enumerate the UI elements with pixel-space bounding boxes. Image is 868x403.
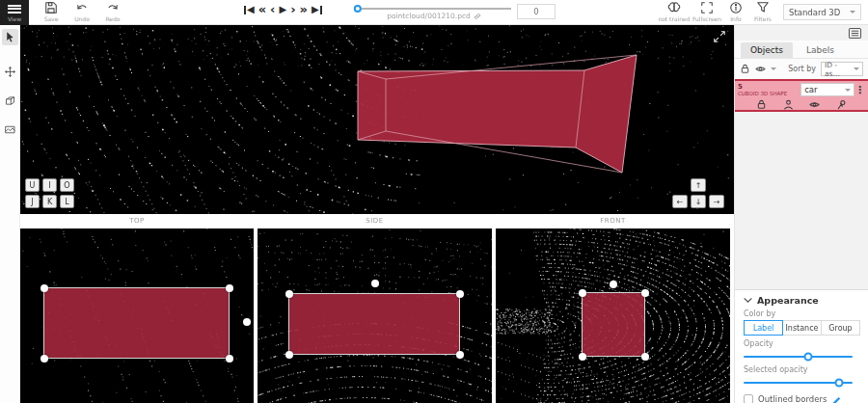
hamburger-icon bbox=[8, 3, 21, 14]
frame-number-input[interactable] bbox=[517, 4, 556, 19]
class-select[interactable]: car bbox=[800, 83, 854, 96]
chevron-down-icon bbox=[850, 11, 855, 16]
side-projection-view[interactable] bbox=[258, 228, 492, 403]
key-j[interactable]: J bbox=[25, 195, 40, 208]
color-by-group-button[interactable]: Group bbox=[821, 320, 860, 336]
car-cuboid-annotation[interactable] bbox=[20, 25, 734, 214]
outlined-borders-checkbox[interactable] bbox=[744, 394, 753, 403]
lock-all-icon[interactable] bbox=[740, 64, 750, 74]
previous-frame-button[interactable]: ‹ bbox=[270, 2, 275, 17]
save-button[interactable]: Save bbox=[37, 1, 66, 24]
pin-icon[interactable] bbox=[836, 99, 847, 110]
fast-forward-button[interactable]: » bbox=[300, 2, 308, 17]
object-id: 5 bbox=[738, 84, 787, 91]
image-frame-tool[interactable] bbox=[2, 121, 18, 138]
link-icon[interactable] bbox=[474, 13, 481, 20]
key-u[interactable]: U bbox=[25, 178, 40, 192]
object-row-car[interactable]: 5 CUBOID 3D SHAPE car ⋮ bbox=[735, 79, 868, 112]
color-by-label-button[interactable]: Label bbox=[744, 320, 783, 336]
key-arrow-right[interactable]: → bbox=[709, 195, 724, 208]
resize-handle[interactable] bbox=[41, 355, 48, 363]
resize-handle[interactable] bbox=[285, 351, 293, 359]
rotate-handle[interactable] bbox=[243, 318, 251, 326]
undo-icon bbox=[75, 1, 89, 14]
key-arrow-left[interactable]: ← bbox=[672, 195, 688, 208]
front-view-label: FRONT bbox=[496, 217, 730, 225]
skip-to-start-button[interactable]: ◀ bbox=[244, 2, 255, 17]
appearance-header[interactable]: Appearance bbox=[744, 295, 860, 306]
view-mode-select[interactable]: Standard 3D bbox=[783, 4, 861, 20]
undo-button[interactable]: Undo bbox=[68, 1, 96, 24]
sort-select[interactable]: ID - as… bbox=[821, 62, 863, 76]
filters-button[interactable]: Filters bbox=[748, 1, 777, 24]
resize-handle[interactable] bbox=[641, 353, 649, 361]
main-menu-button[interactable]: View bbox=[0, 0, 29, 25]
resize-handle[interactable] bbox=[226, 355, 233, 363]
redo-button[interactable]: Redo bbox=[98, 1, 127, 24]
ai-model-button[interactable]: not trained bbox=[658, 1, 691, 24]
rotate-handle[interactable] bbox=[610, 281, 617, 288]
selected-opacity-label: Selected opacity bbox=[744, 365, 860, 374]
expand-all-icon[interactable] bbox=[771, 67, 776, 73]
key-arrow-up[interactable]: ↑ bbox=[691, 178, 706, 192]
expand-view-icon[interactable] bbox=[713, 29, 726, 42]
resize-handle[interactable] bbox=[456, 290, 464, 298]
skip-to-end-button[interactable]: ▶ bbox=[312, 2, 322, 17]
annotation-rect-side[interactable] bbox=[288, 293, 460, 355]
resize-handle[interactable] bbox=[641, 289, 649, 297]
fast-rewind-button[interactable]: « bbox=[258, 2, 266, 17]
tab-labels[interactable]: Labels bbox=[797, 42, 844, 58]
resize-handle[interactable] bbox=[285, 290, 293, 298]
key-arrow-down[interactable]: ↓ bbox=[691, 195, 706, 208]
play-button[interactable]: ▶ bbox=[279, 2, 286, 17]
top-projection-view[interactable] bbox=[20, 228, 254, 403]
resize-handle[interactable] bbox=[456, 351, 464, 359]
fullscreen-icon bbox=[700, 1, 714, 14]
key-k[interactable]: K bbox=[42, 195, 57, 208]
selected-opacity-slider[interactable] bbox=[744, 378, 860, 388]
fullscreen-button[interactable]: Fullscreen bbox=[692, 1, 721, 24]
timeline-slider[interactable] bbox=[357, 8, 511, 10]
info-button[interactable]: Info bbox=[721, 1, 750, 24]
resize-handle[interactable] bbox=[579, 353, 586, 361]
color-by-group: Label Instance Group bbox=[744, 320, 860, 336]
resize-handle[interactable] bbox=[226, 284, 233, 292]
arrow-keypad: ↑ ← ↓ → bbox=[672, 178, 724, 208]
filter-icon bbox=[756, 1, 770, 14]
key-i[interactable]: I bbox=[42, 178, 57, 192]
move-tool[interactable] bbox=[2, 64, 18, 80]
front-projection-view[interactable] bbox=[496, 228, 730, 403]
file-name: pointcloud/001210.pcd bbox=[357, 12, 511, 20]
panel-tabs: Objects Labels bbox=[735, 40, 868, 59]
color-by-instance-button[interactable]: Instance bbox=[782, 320, 822, 336]
outlined-borders-label: Outlined borders bbox=[758, 394, 827, 403]
resize-handle[interactable] bbox=[41, 284, 48, 292]
eye-icon[interactable] bbox=[809, 99, 820, 110]
opacity-slider-handle[interactable] bbox=[803, 353, 812, 362]
next-frame-button[interactable]: › bbox=[290, 2, 295, 17]
person-icon[interactable] bbox=[783, 99, 794, 110]
rotate-handle[interactable] bbox=[371, 280, 379, 287]
lock-icon[interactable] bbox=[756, 99, 767, 110]
edit-pencil-icon[interactable] bbox=[831, 394, 841, 403]
tab-objects[interactable]: Objects bbox=[741, 42, 793, 58]
visibility-all-icon[interactable] bbox=[755, 64, 766, 74]
projection-labels: TOP SIDE FRONT bbox=[20, 214, 730, 228]
resize-handle[interactable] bbox=[579, 289, 586, 297]
opacity-slider[interactable] bbox=[744, 352, 860, 362]
save-icon bbox=[44, 1, 58, 14]
cuboid-icon bbox=[4, 94, 16, 107]
cuboid-tool[interactable] bbox=[2, 93, 18, 109]
select-tool[interactable] bbox=[2, 29, 18, 45]
key-o[interactable]: O bbox=[60, 178, 74, 192]
main-3d-viewport[interactable]: U I O J K L ↑ ← ↓ → bbox=[20, 25, 734, 214]
selected-opacity-slider-handle[interactable] bbox=[835, 379, 844, 388]
sort-by-label: Sort by bbox=[788, 65, 816, 73]
layout-settings-icon[interactable] bbox=[848, 27, 862, 40]
side-view-label: SIDE bbox=[258, 217, 492, 225]
object-menu-icon[interactable]: ⋮ bbox=[854, 85, 865, 95]
annotation-rect-top[interactable] bbox=[43, 287, 230, 359]
annotation-rect-front[interactable] bbox=[582, 292, 645, 357]
chevron-down-icon bbox=[854, 67, 859, 73]
key-l[interactable]: L bbox=[60, 195, 74, 208]
